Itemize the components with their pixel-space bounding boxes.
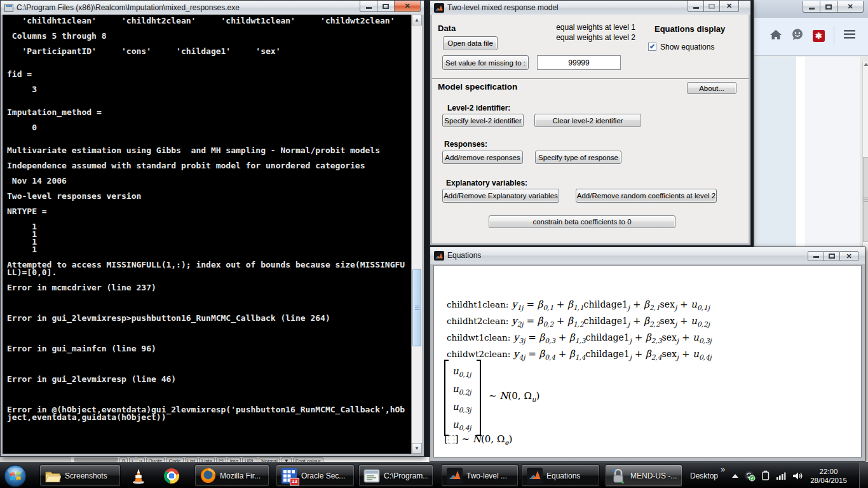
- dialog-close-button[interactable]: ✕: [719, 1, 739, 12]
- show-desktop-button[interactable]: [859, 463, 868, 488]
- u-vector-entry: u0,2j: [452, 380, 471, 398]
- taskbar-button-screenshots[interactable]: Screenshots: [39, 464, 121, 487]
- model-dialog-window: Two-level mixed response model ✕ Data eq…: [430, 0, 751, 246]
- equation-line: childht1clean: y1j = β0,1 + β1,1childage…: [447, 296, 712, 313]
- lock-icon: [610, 468, 627, 484]
- editor-button[interactable]: Quote: [146, 458, 165, 462]
- console-close-button[interactable]: ✕: [394, 1, 421, 12]
- console-minimize-button[interactable]: [360, 1, 377, 12]
- scroll-up-icon[interactable]: [864, 63, 868, 66]
- set-missing-button[interactable]: Set value for missing to :: [442, 55, 529, 70]
- editor-button[interactable]: Normal: [259, 458, 280, 462]
- console-app-icon: [4, 4, 13, 12]
- u-vector-column: u0,1ju0,2ju0,3ju0,4j: [449, 360, 477, 436]
- console-scrollbar[interactable]: ▲ ▼: [411, 15, 422, 454]
- console-maximize-button[interactable]: [377, 1, 395, 12]
- close-icon: ✕: [846, 253, 851, 260]
- chat-icon[interactable]: [791, 28, 804, 43]
- desktop-toolbar[interactable]: Desktop: [690, 463, 718, 488]
- u-vector-entry: u0,4j: [452, 416, 471, 433]
- taskbar-button-oracle[interactable]: 13Oracle Sec...: [276, 464, 355, 487]
- weights-note: equal weights at level 1 equal weights a…: [534, 22, 658, 43]
- firefox-restore-button[interactable]: [820, 1, 837, 13]
- section-separator: [432, 78, 749, 79]
- lastpass-icon[interactable]: ✱: [813, 30, 825, 42]
- editor-button[interactable]: i: [129, 458, 135, 462]
- dialog-minimize-button[interactable]: [688, 1, 704, 12]
- desktop-toolbar-label: Desktop: [690, 471, 718, 480]
- console-output-area: 'childht1clean' 'childht2clean' 'childwt…: [3, 15, 422, 454]
- taskbar-button-console[interactable]: C:\Program...: [358, 464, 433, 487]
- editor-button[interactable]: ▼: [281, 458, 292, 462]
- add-remove-responses-button[interactable]: Add/remove responses: [442, 151, 523, 164]
- e-distribution: [] ~ N(0, Ωe): [444, 433, 512, 446]
- about-button[interactable]: About...: [687, 82, 736, 94]
- clear-level2-button[interactable]: Clear level-2 identifier: [534, 114, 641, 127]
- sync-icon[interactable]: [744, 470, 756, 482]
- specify-type-button[interactable]: Specify type of response: [535, 151, 621, 164]
- toolbar-separator: [834, 26, 834, 45]
- console-scrollbar-thumb[interactable]: [412, 269, 421, 346]
- dialog-caption-buttons: ✕: [688, 1, 739, 12]
- taskbar-button-label: C:\Program...: [384, 471, 428, 480]
- vlc-icon: [130, 468, 147, 484]
- taskbar-clock[interactable]: 22:00 28/04/2015: [799, 463, 858, 488]
- taskbar-button-equations[interactable]: Equations: [521, 464, 600, 487]
- equations-window: Equations ✕ childht1clean: y1j = β0,1 + …: [430, 247, 865, 462]
- show-hidden-icons-button[interactable]: [732, 474, 738, 478]
- matlab-icon: [526, 468, 543, 484]
- show-equations-label: Show equations: [660, 43, 714, 51]
- add-remove-random-button[interactable]: Add/Remove random coefficients at level …: [576, 189, 717, 203]
- toolbar-chevron[interactable]: »: [721, 464, 725, 474]
- network-icon[interactable]: [776, 471, 787, 480]
- editor-button[interactable]: Font colour: [293, 458, 323, 462]
- taskbar-button-label: Equations: [546, 471, 580, 480]
- device-icon[interactable]: [761, 470, 770, 481]
- close-icon: ✕: [847, 3, 853, 10]
- equation-line: childwt2clean: y4j = β0,4 + β1,4childage…: [447, 346, 712, 362]
- firefox-close-button[interactable]: ✕: [837, 1, 864, 13]
- editor-button[interactable]: Code: [166, 458, 183, 462]
- editor-toolbar: BiuQuoteCodeListList=[*]ImgURLNormal▼Fon…: [119, 458, 323, 462]
- editor-button[interactable]: u: [137, 458, 144, 462]
- taskbar: ScreenshotsMozilla Fir...13Oracle Sec...…: [0, 462, 868, 488]
- restore-icon: [825, 4, 832, 10]
- menu-icon[interactable]: [843, 29, 856, 42]
- firefox-toolbar: ✱: [754, 18, 868, 56]
- specify-level2-button[interactable]: Specify level-2 identifier: [442, 114, 524, 127]
- equations-display-label: Equations display: [654, 24, 725, 34]
- open-data-file-button[interactable]: Open data file: [443, 36, 498, 50]
- show-equations-checkbox[interactable]: ✔: [648, 43, 656, 51]
- missing-value-input[interactable]: 99999: [537, 55, 621, 70]
- firefox-minimize-button[interactable]: [803, 1, 820, 13]
- editor-button[interactable]: [*]: [216, 458, 226, 462]
- editor-button[interactable]: Img: [227, 458, 241, 462]
- equations-titlebar[interactable]: Equations: [430, 247, 865, 264]
- start-button[interactable]: [3, 463, 28, 488]
- taskbar-button-mend-us[interactable]: MEND-US -...: [605, 464, 682, 487]
- add-remove-explanatory-button[interactable]: Add/Remove Explanatory variables: [442, 189, 559, 203]
- equations-title: Equations: [447, 251, 481, 260]
- taskbar-buttons: ScreenshotsMozilla Fir...13Oracle Sec...…: [39, 464, 686, 487]
- oracle-icon: 13: [281, 468, 297, 484]
- home-icon[interactable]: [770, 29, 782, 43]
- editor-button[interactable]: List: [185, 458, 198, 462]
- taskbar-button-label: MEND-US -...: [630, 471, 677, 480]
- equations-maximize-button[interactable]: [824, 251, 840, 261]
- equations-minimize-button[interactable]: [808, 251, 824, 261]
- scroll-up-button[interactable]: ▲: [412, 15, 422, 25]
- editor-button[interactable]: URL: [242, 458, 257, 462]
- scrollbar-grip-icon: [864, 198, 868, 202]
- editor-button[interactable]: B: [119, 458, 128, 462]
- taskbar-button-chrome[interactable]: [159, 464, 188, 487]
- dialog-maximize-button[interactable]: [703, 1, 720, 12]
- scroll-down-button[interactable]: ▼: [412, 443, 422, 454]
- editor-button[interactable]: List=: [199, 458, 215, 462]
- taskbar-button-vlc[interactable]: [126, 464, 155, 487]
- page-scrollbar-thumb[interactable]: [863, 157, 868, 242]
- taskbar-button-firefox[interactable]: Mozilla Fir...: [194, 464, 269, 487]
- taskbar-button-two-level[interactable]: Two-level ...: [441, 464, 519, 487]
- constrain-beta-button[interactable]: constrain beta coefficients to 0: [489, 215, 675, 228]
- equations-close-button[interactable]: ✕: [839, 251, 858, 261]
- u-vector-entry: u0,1j: [452, 362, 471, 380]
